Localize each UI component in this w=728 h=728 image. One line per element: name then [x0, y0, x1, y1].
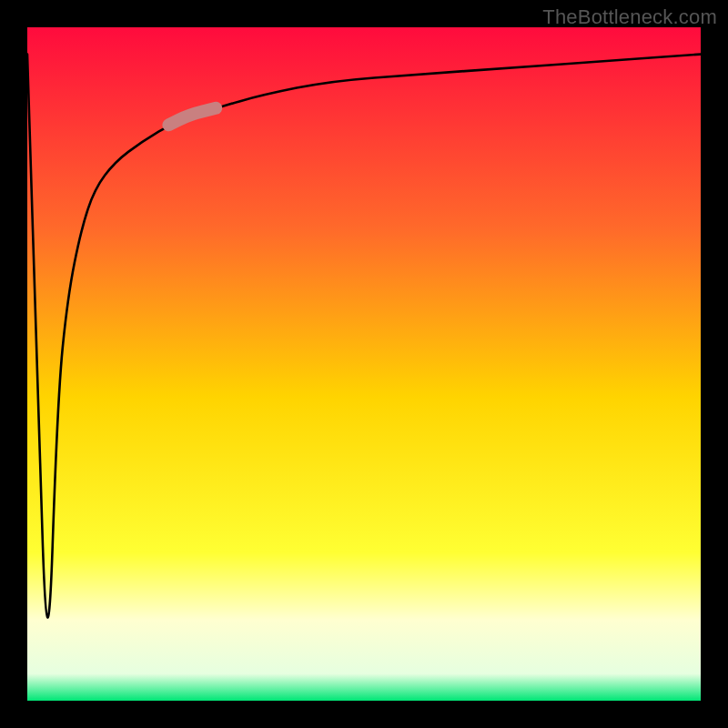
plot-background: [27, 27, 701, 701]
watermark-text: TheBottleneck.com: [542, 5, 717, 29]
bottleneck-chart: [0, 0, 728, 728]
